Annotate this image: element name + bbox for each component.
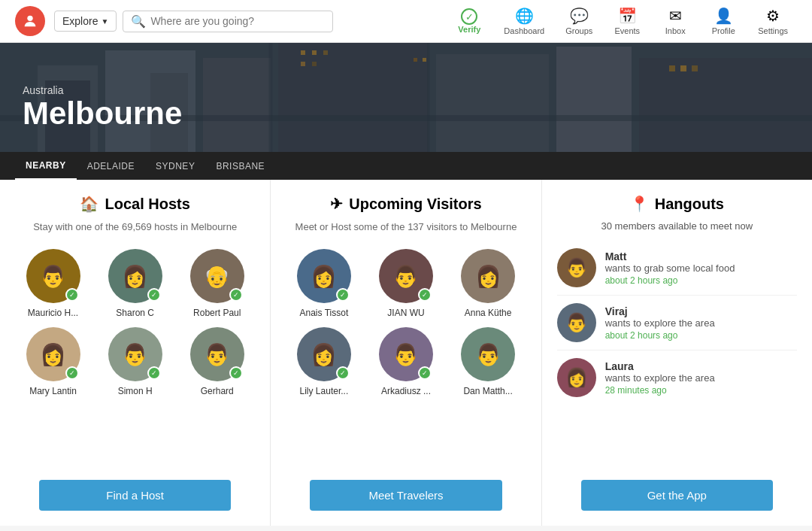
hangout-person-name: Matt (605, 250, 797, 262)
hero-text: Australia Melbourne (23, 84, 182, 129)
list-item: 👨 Matt wants to grab some local food abo… (557, 241, 797, 296)
nav-label-dashboard: Dashboard (504, 26, 544, 35)
host-name: Gerhard (201, 386, 234, 396)
local-hosts-section: 🏠 Local Hosts Stay with one of the 69,56… (0, 180, 271, 526)
events-icon: 📅 (618, 7, 637, 25)
nav-label-settings: Settings (758, 26, 788, 35)
main-nav: ✓ Verify 🌐 Dashboard 💬 Groups 📅 Events ✉… (447, 2, 797, 40)
verified-badge: ✓ (336, 366, 350, 380)
verified-badge: ✓ (418, 288, 432, 302)
hangout-person-name: Viraj (605, 305, 797, 317)
main-content: 🏠 Local Hosts Stay with one of the 69,56… (0, 180, 812, 526)
search-icon: 🔍 (131, 14, 146, 29)
list-item: 👩 ✓ Anais Tissot (294, 249, 354, 318)
avatar: 👩 (557, 358, 596, 397)
avatar-image: 👨 (461, 327, 515, 381)
nav-item-settings[interactable]: ⚙ Settings (749, 2, 797, 40)
verified-badge: ✓ (336, 288, 350, 302)
hangout-description: wants to explore the area (605, 317, 797, 329)
list-item: 👨 ✓ Arkadiusz ... (376, 327, 436, 396)
verify-check-icon: ✓ (461, 8, 477, 25)
hangout-info: Laura wants to explore the area 28 minut… (605, 360, 797, 396)
list-item: 👩 ✓ Mary Lantin (23, 327, 83, 396)
hangout-icon: 📍 (630, 195, 649, 213)
verified-badge: ✓ (418, 366, 432, 380)
avatar: 👩 ✓ (297, 249, 351, 303)
nav-item-events[interactable]: 📅 Events (604, 2, 650, 40)
tab-nearby[interactable]: NEARBY (15, 152, 77, 180)
visitor-name: JIAN WU (387, 308, 424, 318)
hero-banner: Australia Melbourne (0, 43, 812, 152)
local-hosts-title: 🏠 Local Hosts (80, 195, 189, 213)
nav-item-dashboard[interactable]: 🌐 Dashboard (495, 2, 553, 40)
tab-sydney[interactable]: Sydney (145, 152, 205, 180)
avatar: 👨 (557, 303, 596, 342)
plane-icon: ✈ (330, 195, 343, 213)
host-name: Simon H (118, 386, 153, 396)
avatar: 👩 ✓ (26, 327, 80, 381)
nav-item-verify[interactable]: ✓ Verify (447, 4, 492, 38)
header: Explore ▼ 🔍 ✓ Verify 🌐 Dashboard 💬 Group… (0, 0, 812, 43)
upcoming-visitors-title: ✈ Upcoming Visitors (330, 195, 481, 213)
hangout-time: 28 minutes ago (605, 385, 797, 396)
avatar: 👨 ✓ (379, 249, 433, 303)
house-icon: 🏠 (80, 195, 98, 213)
list-item: 👴 ✓ Robert Paul (187, 249, 247, 318)
avatar: 👨 (557, 248, 596, 287)
avatar: 👨 ✓ (108, 327, 162, 381)
chevron-down-icon: ▼ (101, 17, 108, 26)
hero-country: Australia (23, 84, 182, 96)
verified-badge: ✓ (147, 288, 161, 302)
hangout-info: Viraj wants to explore the area about 2 … (605, 305, 797, 341)
avatar: 👨 ✓ (26, 249, 80, 303)
upcoming-visitors-grid: 👩 ✓ Anais Tissot 👨 ✓ JIAN WU 👩 Anna Küth… (286, 249, 526, 396)
hero-city: Melbourne (23, 98, 182, 129)
host-name: Mauricio H... (28, 308, 78, 318)
tab-adelaide[interactable]: Adelaide (77, 152, 145, 180)
hangout-time: about 2 hours ago (605, 330, 797, 341)
avatar: 👩 ✓ (108, 249, 162, 303)
list-item: 👩 Anna Küthe (458, 249, 518, 318)
get-the-app-button[interactable]: Get the App (581, 480, 773, 511)
verified-badge: ✓ (229, 366, 243, 380)
hangouts-section: 📍 Hangouts 30 members available to meet … (542, 180, 812, 526)
visitor-name: Lily Lauter... (300, 386, 349, 396)
hangout-person-name: Laura (605, 360, 797, 372)
visitor-name: Anna Küthe (465, 308, 512, 318)
meet-travelers-button[interactable]: Meet Travelers (310, 480, 501, 511)
list-item: 👩 Laura wants to explore the area 28 min… (557, 350, 797, 405)
avatar-image: 👩 (461, 249, 515, 303)
nav-item-profile[interactable]: 👤 Profile (701, 2, 746, 40)
host-name: Robert Paul (193, 308, 241, 318)
hangout-description: wants to grab some local food (605, 262, 797, 274)
search-bar: 🔍 (123, 11, 333, 32)
verified-badge: ✓ (65, 288, 79, 302)
inbox-icon: ✉ (669, 7, 682, 25)
nav-item-inbox[interactable]: ✉ Inbox (653, 2, 698, 40)
search-input[interactable] (150, 15, 316, 27)
logo[interactable] (15, 6, 45, 36)
hangout-info: Matt wants to grab some local food about… (605, 250, 797, 286)
avatar: 👴 ✓ (190, 249, 244, 303)
globe-icon: 🌐 (515, 7, 534, 25)
visitor-name: Dan Matth... (463, 386, 512, 396)
list-item: 👩 ✓ Sharon C (105, 249, 165, 318)
avatar: 👩 ✓ (297, 327, 351, 381)
list-item: 👨 ✓ Mauricio H... (23, 249, 83, 318)
nav-label-groups: Groups (565, 26, 592, 35)
find-host-button[interactable]: Find a Host (39, 480, 231, 511)
tab-brisbane[interactable]: Brisbane (205, 152, 275, 180)
explore-dropdown[interactable]: Explore ▼ (54, 11, 117, 32)
list-item: 👨 ✓ JIAN WU (376, 249, 436, 318)
local-hosts-grid: 👨 ✓ Mauricio H... 👩 ✓ Sharon C 👴 ✓ Rober… (15, 249, 255, 396)
city-tabs-bar: NEARBY Adelaide Sydney Brisbane (0, 152, 812, 180)
hangout-list: 👨 Matt wants to grab some local food abo… (557, 241, 797, 405)
avatar: 👨 ✓ (379, 327, 433, 381)
upcoming-visitors-description: Meet or Host some of the 137 visitors to… (295, 220, 517, 234)
nav-label-inbox: Inbox (665, 26, 686, 35)
host-name: Sharon C (116, 308, 154, 318)
nav-item-groups[interactable]: 💬 Groups (556, 2, 601, 40)
avatar: 👩 (461, 249, 515, 303)
hangout-description: wants to explore the area (605, 372, 797, 384)
avatar: 👨 ✓ (190, 327, 244, 381)
